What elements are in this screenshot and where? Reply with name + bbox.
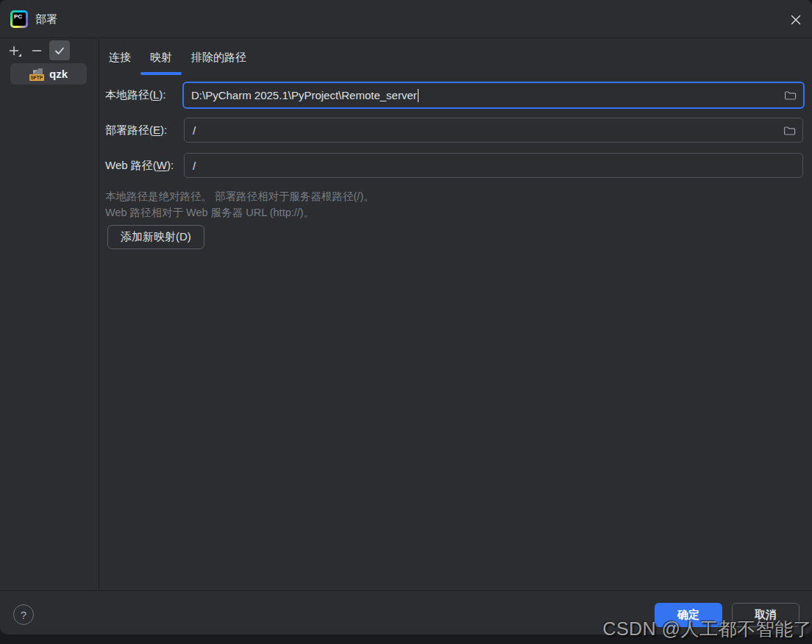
help-line-1: 本地路径是绝对路径。 部署路径相对于服务器根路径(/)。 (105, 189, 374, 205)
pycharm-logo-text: PC (14, 13, 22, 20)
deployment-path-input[interactable]: / (184, 118, 803, 143)
deployment-dialog: PC 部署 (0, 0, 812, 634)
deployment-path-value: / (193, 124, 196, 137)
help-button[interactable]: ? (13, 604, 34, 625)
browse-local-path-button[interactable] (783, 89, 797, 102)
window-title: 部署 (35, 0, 57, 38)
browse-deployment-path-button[interactable] (783, 124, 796, 137)
close-icon (791, 15, 801, 25)
dropdown-corner-icon (18, 54, 21, 57)
help-line-2: Web 路径相对于 Web 服务器 URL (http://)。 (105, 205, 374, 221)
add-new-mapping-button[interactable]: 添加新映射(D) (107, 225, 204, 249)
pycharm-logo-icon: PC (10, 10, 28, 28)
text-caret (418, 89, 419, 102)
local-path-value: D:\PyCharm 2025.1\PyProject\Remote_serve… (191, 89, 417, 101)
server-list-item[interactable]: SFTP qzk (10, 63, 87, 85)
close-button[interactable] (786, 10, 806, 30)
sftp-server-icon: SFTP (29, 68, 44, 81)
title-bar: PC 部署 (0, 0, 812, 38)
server-sidebar: SFTP qzk (0, 39, 99, 590)
question-icon: ? (21, 609, 26, 621)
tab-connection[interactable]: 连接 (99, 39, 140, 76)
local-path-label: 本地路径(L): (105, 88, 166, 102)
remove-server-button[interactable] (26, 40, 47, 60)
add-server-button[interactable] (4, 40, 24, 60)
active-tab-underline (140, 72, 182, 75)
local-path-input[interactable]: D:\PyCharm 2025.1\PyProject\Remote_serve… (182, 82, 805, 109)
csdn-watermark: CSDN @人工都不智能了 (602, 617, 812, 641)
tab-excluded-paths[interactable]: 排除的路径 (182, 39, 256, 76)
folder-icon (784, 90, 797, 101)
minus-icon (31, 45, 43, 57)
deployment-path-label: 部署路径(E): (105, 124, 167, 137)
server-name: qzk (49, 68, 68, 80)
tab-mappings[interactable]: 映射 (140, 39, 182, 76)
folder-icon (783, 125, 796, 136)
mapping-help-text: 本地路径是绝对路径。 部署路径相对于服务器根路径(/)。 Web 路径相对于 W… (105, 189, 374, 221)
use-as-default-toggle[interactable] (49, 40, 70, 60)
sidebar-toolbar (4, 40, 70, 60)
check-icon (54, 45, 65, 57)
sftp-badge: SFTP (29, 74, 44, 81)
settings-tabs: 连接 映射 排除的路径 (99, 39, 256, 76)
web-path-input[interactable]: / (184, 153, 803, 178)
web-path-value: / (193, 160, 196, 172)
web-path-label: Web 路径(W): (105, 159, 174, 173)
